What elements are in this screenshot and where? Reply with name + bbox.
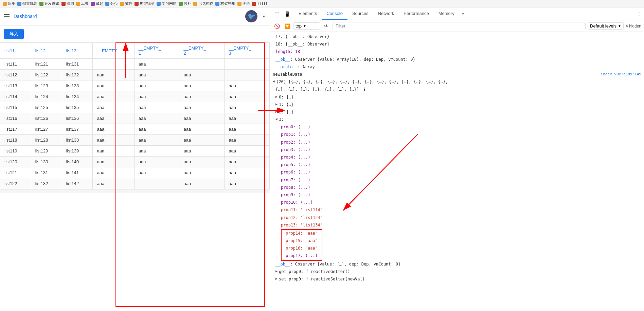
tab-elements[interactable]: Elements (294, 7, 322, 20)
table-cell-4-5: aaa (179, 102, 225, 113)
table-cell-8-4: aaa (134, 146, 179, 157)
console-link[interactable]: index.vue?c189:149 (601, 71, 641, 77)
bookmark-icon-devdebug (39, 2, 43, 6)
expand-3[interactable]: ▼ (274, 118, 279, 120)
table-cell-10-1: list131 (31, 167, 62, 178)
console-line-prop2: prop2: (...) (270, 139, 644, 146)
console-line: __ob__: Observer {value: Array(18), dep:… (270, 56, 644, 63)
tab-network[interactable]: Network (373, 7, 399, 20)
tab-memory[interactable]: Memory (434, 7, 459, 20)
table-cell-7-5: aaa (179, 135, 225, 146)
table-cell-2-0: list113 (0, 80, 31, 91)
console-line-ob2: __ob__: Observer {value: {…}, dep: Dep, … (270, 261, 644, 268)
table-cell-3-0: list114 (0, 91, 31, 102)
bookmark-arch[interactable]: 构架构集 (215, 1, 235, 6)
table-cell-8-6: aaa (225, 146, 270, 157)
bookmark-startup[interactable]: 创业规划 (17, 1, 37, 6)
table-cell-0-0: list111 (0, 59, 31, 70)
expand-2[interactable]: ▶ (275, 109, 278, 114)
tab-sources[interactable]: Sources (347, 7, 373, 20)
bookmark-bar: 应用 创业规划 开发调试 漏洞 工夫 藏起 分少 插件 狗逻辑英 学习网络 候补 (0, 0, 644, 7)
expand-0[interactable]: ▶ (275, 94, 278, 99)
settings-dots[interactable]: ⋮ (637, 11, 641, 16)
table-cell-2-2: list133 (62, 80, 93, 91)
console-line-prop13: prop13: "list134" (270, 222, 644, 229)
bookmark-devdebug[interactable]: 开发调试 (39, 1, 59, 6)
bookmark-bugs[interactable]: 漏洞 (61, 1, 74, 6)
console-text: 17: {__ob__: Observer} (275, 34, 329, 40)
table-row: list113list123list133aaaaaaaaaaaa (0, 80, 270, 91)
table-cell-5-3: aaa (93, 113, 134, 124)
bookmark-plugins[interactable]: 插件 (120, 1, 132, 6)
clear-console-btn[interactable]: 🚫 (273, 22, 281, 30)
table-cell-8-2: list139 (62, 146, 93, 157)
bookmark-cangqi[interactable]: 藏起 (91, 1, 103, 6)
console-line-array20: ▼ (20) [{…}, {…}, {…}, {…}, {…}, {…}, {…… (270, 78, 644, 86)
table-header-row: list11 list12 list13 __EMPTY __EMPTY_1 _… (0, 43, 270, 59)
expand-arrow-array[interactable]: ▼ (271, 80, 276, 83)
console-text-getprop0: get prop0: f reactiveGetter() (279, 269, 350, 275)
table-scrollbar[interactable] (0, 189, 270, 193)
bookmark-backup[interactable]: 候补 (179, 1, 191, 6)
table-cell-7-6: aaa (225, 135, 270, 146)
table-cell-5-0: list116 (0, 113, 31, 124)
console-line-prop10: prop10: (...) (270, 199, 644, 206)
table-cell-2-1: list123 (31, 80, 62, 91)
bookmark-english[interactable]: 美语 (237, 1, 250, 6)
dashboard-header: Dashboard 🐦 ▼ (0, 7, 270, 25)
table-cell-11-4 (134, 178, 179, 189)
bookmark-purchased[interactable]: 已选购物 (193, 1, 213, 6)
mobile-device-icon[interactable]: 📱 (283, 10, 291, 18)
bookmark-icon-english (237, 2, 242, 6)
col-header-list13: list13 (62, 43, 93, 59)
bookmark-icon-study (157, 2, 161, 6)
table-cell-5-5: aaa (179, 113, 225, 124)
console-line-prop8: prop8: (...) (270, 184, 644, 191)
table-row: list118list128list138aaaaaaaaaaaa (0, 135, 270, 146)
table-cell-1-4: aaa (134, 70, 179, 80)
table-cell-0-2: list131 (62, 59, 93, 70)
console-text-array: (20) [{…}, {…}, {…}, {…}, {…}, {…}, {…},… (276, 79, 448, 85)
table-cell-1-0: list112 (0, 70, 31, 80)
bookmark-icon-gongfu (76, 2, 80, 6)
filter-toggle-btn[interactable]: 🔽 (283, 22, 291, 30)
bookmark-11111[interactable]: 11111 (252, 2, 268, 6)
console-prop6: prop6: (...) (281, 169, 310, 176)
expand-1[interactable]: ▶ (275, 102, 278, 107)
expand-setprop0[interactable]: ▶ (275, 276, 278, 281)
default-levels-selector[interactable]: Default levels ▼ (588, 22, 624, 30)
bookmark-study[interactable]: 学习网络 (157, 1, 177, 6)
eye-icon[interactable]: 👁 (322, 22, 330, 30)
table-row: list112list122list132aaaaaaaaa (0, 70, 270, 80)
bookmark-fenshao[interactable]: 分少 (105, 1, 118, 6)
devtools-icons: ⬚ 📱 (270, 10, 294, 18)
context-selector[interactable]: top ▼ (293, 22, 320, 30)
expand-getprop0[interactable]: ▶ (275, 269, 278, 274)
table-cell-9-2: list140 (62, 157, 93, 167)
filter-input[interactable] (333, 22, 586, 30)
console-text-array-cont: {…}, {…}, {…}, {…}, {…}, {…}, {…}] ℹ (275, 86, 365, 93)
table-cell-9-0: list120 (0, 157, 31, 167)
devtools-more-tabs[interactable]: » (459, 7, 467, 20)
table-cell-7-0: list118 (0, 135, 31, 146)
console-prop5: prop5: (...) (281, 162, 310, 168)
bookmark-apps[interactable]: 应用 (3, 1, 15, 6)
inspect-element-icon[interactable]: ⬚ (273, 10, 281, 18)
table-cell-6-3: aaa (93, 124, 134, 135)
table-cell-9-3: aaa (93, 157, 134, 167)
table-cell-10-4: aaa (134, 167, 179, 178)
import-button[interactable]: 导入 (4, 29, 24, 39)
console-prop0: prop0: (...) (281, 124, 310, 130)
console-prop2: prop2: (...) (281, 139, 310, 146)
table-cell-11-1: list132 (31, 178, 62, 189)
devtools-settings[interactable]: ⋮ (634, 11, 644, 16)
table-cell-4-6: aaa (225, 102, 270, 113)
console-text-0: 0: {…} (279, 94, 293, 100)
hamburger-icon[interactable] (4, 14, 10, 18)
tab-console[interactable]: Console (322, 7, 347, 20)
console-line-prop11: prop11: "list114" (270, 206, 644, 214)
bookmark-gouluoji[interactable]: 狗逻辑英 (135, 1, 155, 6)
logo-dropdown-arrow[interactable]: ▼ (262, 15, 266, 18)
bookmark-gongfu[interactable]: 工夫 (76, 1, 89, 6)
tab-performance[interactable]: Performance (399, 7, 433, 20)
